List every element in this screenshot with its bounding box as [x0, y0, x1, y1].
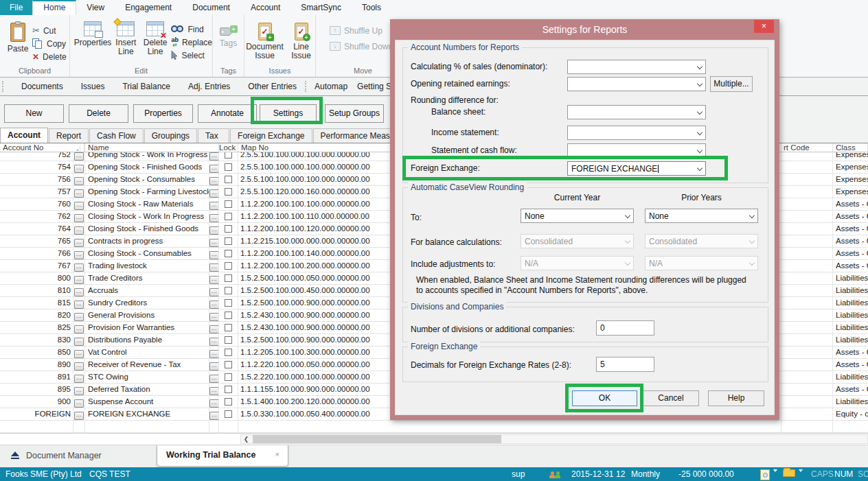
ok-button[interactable]: OK: [572, 390, 637, 406]
lock-checkbox[interactable]: [225, 237, 232, 245]
lock-checkbox[interactable]: [225, 299, 232, 307]
menu-tools[interactable]: Tools: [352, 0, 391, 15]
copy-button[interactable]: Copy: [32, 37, 67, 50]
name-ellipsis-button[interactable]: ...: [209, 375, 219, 383]
close-tab-icon[interactable]: ×: [275, 450, 279, 458]
cut-button[interactable]: ✂Cut: [32, 24, 67, 37]
lock-checkbox[interactable]: [225, 225, 232, 233]
account-ellipsis-button[interactable]: ...: [74, 165, 84, 173]
help-button[interactable]: Help: [708, 390, 764, 406]
name-ellipsis-button[interactable]: ...: [209, 325, 219, 333]
account-ellipsis-button[interactable]: ...: [74, 301, 84, 309]
account-ellipsis-button[interactable]: ...: [74, 399, 84, 408]
name-ellipsis-button[interactable]: ...: [209, 301, 219, 309]
view-documents[interactable]: Documents: [21, 82, 63, 91]
insert-line-button[interactable]: Insert Line: [111, 19, 141, 56]
retained-earnings-combobox[interactable]: [567, 77, 706, 91]
account-ellipsis-button[interactable]: ...: [74, 288, 84, 296]
name-ellipsis-button[interactable]: ...: [209, 239, 219, 247]
account-ellipsis-button[interactable]: ...: [74, 375, 84, 383]
lock-checkbox[interactable]: [225, 398, 232, 406]
view-adj-entries[interactable]: Adj. Entries: [188, 82, 230, 91]
menu-document[interactable]: Document: [182, 0, 240, 15]
name-ellipsis-button[interactable]: ...: [209, 202, 219, 210]
to-prior-combobox[interactable]: None: [645, 209, 758, 223]
account-ellipsis-button[interactable]: ...: [74, 387, 84, 395]
header-lock[interactable]: Lock: [219, 143, 238, 152]
menu-smartsync[interactable]: SmartSync: [290, 0, 352, 15]
lock-checkbox[interactable]: [225, 274, 232, 282]
lock-checkbox[interactable]: [225, 410, 232, 418]
menu-engagement[interactable]: Engagement: [115, 0, 182, 15]
properties-button[interactable]: Properties: [133, 104, 193, 123]
name-ellipsis-button[interactable]: ...: [209, 313, 219, 321]
new-button[interactable]: New: [4, 104, 64, 123]
name-ellipsis-button[interactable]: ...: [209, 263, 219, 272]
account-ellipsis-button[interactable]: ...: [74, 313, 84, 321]
document-issue-button[interactable]: ✓+ Document Issue: [246, 19, 284, 60]
account-ellipsis-button[interactable]: ...: [74, 177, 84, 185]
delete-line-button[interactable]: ✕ Delete Line: [141, 19, 170, 56]
annotate-button[interactable]: Annotate: [198, 104, 257, 123]
account-ellipsis-button[interactable]: ...: [74, 214, 84, 222]
name-ellipsis-button[interactable]: ...: [209, 226, 219, 235]
account-ellipsis-button[interactable]: ...: [74, 251, 84, 259]
multiple-button[interactable]: Multiple...: [710, 76, 753, 92]
to-current-combobox[interactable]: None: [521, 209, 634, 223]
account-ellipsis-button[interactable]: ...: [74, 189, 84, 198]
setup-groups-button[interactable]: Setup Groups: [325, 104, 384, 123]
lock-checkbox[interactable]: [225, 200, 232, 208]
lock-checkbox[interactable]: [225, 361, 232, 368]
view-other-entries[interactable]: Other Entries: [248, 82, 297, 91]
scroll-left-arrow[interactable]: ❮: [241, 435, 251, 443]
income-statement-combobox[interactable]: [567, 126, 706, 140]
tab-document-manager[interactable]: Document Manager: [26, 451, 102, 460]
horizontal-scrollbar[interactable]: ❮: [240, 434, 868, 444]
balance-sheet-combobox[interactable]: [567, 105, 706, 119]
lock-checkbox[interactable]: [225, 163, 232, 171]
lock-checkbox[interactable]: [225, 336, 232, 344]
name-ellipsis-button[interactable]: ...: [209, 350, 219, 358]
properties-ribbon-button[interactable]: Properties: [74, 19, 111, 47]
tab-foreign-exchange[interactable]: Foreign Exchange: [230, 128, 312, 143]
lock-checkbox[interactable]: [225, 373, 232, 381]
lock-checkbox[interactable]: [225, 386, 232, 393]
foreign-exchange-combobox[interactable]: FOREIGN EXCHANGE: [567, 161, 706, 176]
header-report-code[interactable]: rt Code: [781, 143, 833, 152]
account-ellipsis-button[interactable]: ...: [74, 276, 84, 284]
picture-icon[interactable]: [760, 469, 770, 480]
menu-file[interactable]: File: [0, 0, 32, 15]
name-ellipsis-button[interactable]: ...: [209, 387, 219, 395]
dialog-close-button[interactable]: ×: [754, 20, 774, 33]
tab-cash-flow[interactable]: Cash Flow: [89, 128, 144, 143]
account-ellipsis-button[interactable]: ...: [74, 338, 84, 346]
folder-icon[interactable]: [783, 469, 795, 477]
line-issue-button[interactable]: ✓+ Line Issue: [288, 19, 315, 60]
name-ellipsis-button[interactable]: ...: [209, 214, 219, 222]
divisions-count-input[interactable]: [596, 320, 654, 336]
header-account-no[interactable]: Account No▲: [0, 143, 85, 152]
name-ellipsis-button[interactable]: ...: [209, 251, 219, 259]
name-ellipsis-button[interactable]: ...: [209, 412, 219, 420]
calc-sales-combobox[interactable]: [567, 60, 706, 74]
view-automap[interactable]: Automap: [315, 82, 347, 91]
chevron-down-icon[interactable]: [799, 469, 803, 472]
replace-button[interactable]: ab⇄Replace: [171, 36, 212, 49]
menu-account[interactable]: Account: [240, 0, 290, 15]
cancel-button[interactable]: Cancel: [643, 390, 699, 406]
name-ellipsis-button[interactable]: ...: [209, 288, 219, 296]
account-ellipsis-button[interactable]: ...: [74, 226, 84, 235]
name-ellipsis-button[interactable]: ...: [209, 399, 219, 408]
lock-checkbox[interactable]: [225, 176, 232, 183]
cash-flow-combobox[interactable]: [567, 143, 706, 158]
lock-checkbox[interactable]: [225, 250, 232, 257]
eject-icon[interactable]: [11, 451, 19, 459]
shuffle-down-button[interactable]: ↓Shuffle Down: [330, 40, 393, 53]
tab-account[interactable]: Account: [0, 128, 48, 143]
account-ellipsis-button[interactable]: ...: [74, 152, 84, 161]
view-trial-balance[interactable]: Trial Balance: [122, 82, 170, 91]
lock-checkbox[interactable]: [225, 262, 232, 270]
delete-button[interactable]: ✕Delete: [32, 50, 67, 63]
view-issues[interactable]: Issues: [81, 82, 105, 91]
fx-decimals-input[interactable]: [596, 357, 654, 372]
